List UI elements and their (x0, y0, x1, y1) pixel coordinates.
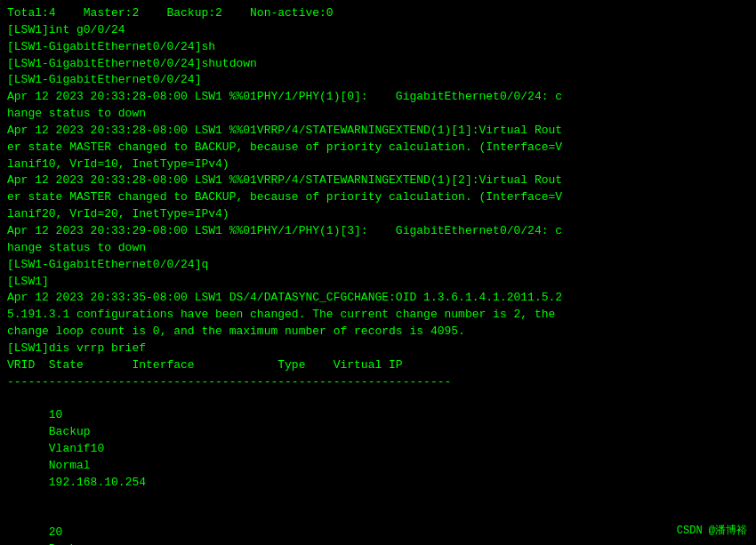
line-13: Apr 12 2023 20:33:29-08:00 LSW1 %%01PHY/… (7, 223, 749, 240)
line-9: lanif10, VrId=10, InetType=IPv4) (7, 156, 749, 173)
terminal-lines: Total:4 Master:2 Backup:2 Non-active:0 [… (7, 5, 749, 357)
row0-vrid: 10 (49, 407, 90, 424)
line-0: Total:4 Master:2 Backup:2 Non-active:0 (7, 5, 749, 22)
line-12: lanif20, VrId=20, InetType=IPv4) (7, 206, 749, 223)
line-16: [LSW1] (7, 274, 749, 291)
line-20: [LSW1]dis vrrp brief (7, 341, 749, 357)
vrrp-table: VRID State Interface Type Virtual IP ---… (7, 357, 749, 545)
line-18: 5.191.3.1 configurations have been chang… (7, 307, 749, 324)
line-1: [LSW1]int g0/0/24 (7, 22, 749, 39)
row1-vrid: 20 (49, 525, 90, 541)
line-14: hange status to down (7, 240, 749, 257)
line-6: hange status to down (7, 106, 749, 123)
terminal: Total:4 Master:2 Backup:2 Non-active:0 [… (0, 0, 756, 545)
table-row-1: 20 Backup Vlanif20 Normal 192.168.20.254 (7, 508, 749, 545)
watermark: CSDN @潘博裕 (677, 523, 747, 538)
line-8: er state MASTER changed to BACKUP, becau… (7, 140, 749, 156)
row0-type: Normal (49, 458, 111, 475)
table-separator-top: ----------------------------------------… (7, 374, 749, 391)
line-5: Apr 12 2023 20:33:28-08:00 LSW1 %%01PHY/… (7, 89, 749, 106)
line-11: er state MASTER changed to BACKUP, becau… (7, 189, 749, 206)
line-7: Apr 12 2023 20:33:28-08:00 LSW1 %%01VRRP… (7, 123, 749, 140)
line-3: [LSW1-GigabitEthernet0/0/24]shutdown (7, 56, 749, 73)
line-19: change loop count is 0, and the maximum … (7, 324, 749, 341)
line-4: [LSW1-GigabitEthernet0/0/24] (7, 72, 749, 89)
table-row-0: 10 Backup Vlanif10 Normal 192.168.10.254 (7, 390, 749, 508)
table-header: VRID State Interface Type Virtual IP (7, 357, 749, 374)
row0-vip: 192.168.10.254 (49, 476, 146, 489)
row1-state: Backup (49, 541, 129, 545)
line-2: [LSW1-GigabitEthernet0/0/24]sh (7, 39, 749, 56)
line-17: Apr 12 2023 20:33:35-08:00 LSW1 DS/4/DAT… (7, 290, 749, 307)
line-15: [LSW1-GigabitEthernet0/0/24]q (7, 257, 749, 274)
row0-state: Backup (49, 424, 129, 441)
line-10: Apr 12 2023 20:33:28-08:00 LSW1 %%01VRRP… (7, 172, 749, 189)
row0-interface: Vlanif10 (49, 441, 165, 458)
